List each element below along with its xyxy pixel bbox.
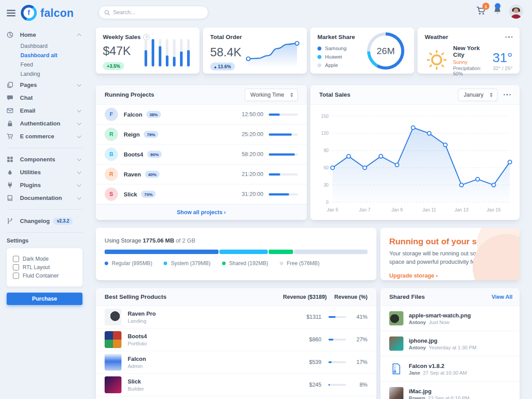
sidebar-item-home[interactable]: Home: [7, 28, 82, 41]
settings-heading: Settings: [7, 238, 82, 244]
revenue-column-header: Revenue ($3189): [269, 294, 327, 300]
product-row[interactable]: Boots4Portfolio$86027%: [96, 329, 376, 351]
upgrade-storage-link[interactable]: Upgrade storage ›: [389, 272, 438, 279]
project-avatar: R: [105, 128, 118, 141]
user-avatar[interactable]: [509, 4, 523, 19]
sidebar-subitem-feed[interactable]: Feed: [7, 60, 82, 69]
weather-condition: Sunny: [453, 59, 493, 65]
dark-mode-checkbox[interactable]: [13, 256, 19, 262]
sidebar-subitem-landing[interactable]: Landing: [7, 69, 82, 78]
storage-legend: Regular (895MB)System (379MB)Shared (192…: [105, 260, 368, 266]
product-name[interactable]: Falcon: [128, 356, 295, 362]
project-name[interactable]: Falcon: [124, 111, 142, 118]
card-menu-icon[interactable]: [504, 94, 511, 96]
storage-label: Using Storage: [105, 237, 141, 244]
sidebar-item-authentication[interactable]: Authentication: [7, 117, 82, 130]
menu-toggle-icon[interactable]: [7, 10, 16, 16]
sidebar-item-utilities[interactable]: Utilities: [7, 166, 82, 179]
sidebar-item-label: Pages: [20, 82, 78, 88]
project-row[interactable]: FFalcon38%12:50:00: [96, 105, 307, 125]
storage-used: 1775.06 MB: [143, 237, 174, 244]
view-all-link[interactable]: View All: [492, 294, 512, 300]
project-name[interactable]: Boots4: [124, 151, 143, 158]
sidebar-divider: [7, 148, 82, 148]
sidebar-item-components[interactable]: Components: [7, 153, 82, 166]
search-input[interactable]: [113, 9, 203, 16]
project-time: 58:20:00: [238, 151, 263, 157]
product-name[interactable]: Boots4: [128, 333, 295, 340]
product-name[interactable]: Slick: [128, 378, 295, 385]
file-thumbnail: [389, 311, 403, 325]
storage-segment: [269, 250, 293, 254]
sidebar-subitem-dashboard[interactable]: Dashboard: [7, 41, 82, 51]
sidebar-subitem-dashboard-alt[interactable]: Dashboard alt: [7, 51, 82, 60]
sidebar-item-chat[interactable]: Chat: [7, 91, 82, 104]
project-row[interactable]: RRaven40%21:20:00: [96, 164, 307, 184]
sidebar-item-pages[interactable]: Pages: [7, 78, 82, 91]
cart-icon[interactable]: 1: [476, 6, 486, 17]
product-revenue-bar: [329, 339, 346, 340]
product-revenue: $1311: [295, 314, 321, 320]
product-thumbnail: [105, 331, 121, 348]
chevron-down-icon: [77, 156, 82, 161]
file-name[interactable]: iMac.jpg: [409, 388, 469, 395]
sidebar-item-label: Utilities: [20, 169, 78, 176]
sidebar-item-plugins[interactable]: Plugins: [7, 179, 82, 192]
falcon-logo[interactable]: f falcon: [21, 5, 74, 21]
file-name[interactable]: apple-smart-watch.png: [409, 312, 471, 319]
project-progress-bar: [269, 113, 298, 116]
select-arrows-icon: [490, 93, 493, 97]
file-thumbnail: [389, 336, 403, 351]
fluid-container-checkbox[interactable]: [13, 273, 19, 279]
file-name[interactable]: Falcon v1.8.2: [409, 363, 467, 369]
file-item[interactable]: iMac.jpgRowen 23 Sep at 6:10 PM: [380, 381, 520, 399]
project-row[interactable]: RReign79%25:20:00: [96, 125, 307, 145]
sidebar-item-documentation[interactable]: Documentation: [7, 192, 82, 204]
file-item[interactable]: apple-smart-watch.pngAntony Just Now: [380, 306, 520, 331]
bar: [180, 39, 183, 66]
product-row[interactable]: FalconAdmin$53917%: [96, 351, 376, 374]
product-category: Landing: [128, 318, 295, 324]
setting-option-dark-mode: Dark Mode: [13, 256, 76, 262]
working-time-select[interactable]: Working Time: [245, 89, 298, 101]
setting-option-rtl-layout: RTL Layout: [13, 264, 76, 270]
notifications-bell-icon[interactable]: [493, 6, 502, 17]
sidebar-item-label: Changelog: [20, 218, 50, 224]
storage-segment: [219, 250, 268, 254]
month-select[interactable]: January: [458, 89, 497, 101]
project-name[interactable]: Raven: [124, 171, 141, 178]
shared-files-card: Shared Files View All apple-smart-watch.…: [380, 288, 520, 399]
project-name[interactable]: Slick: [124, 191, 137, 198]
product-row[interactable]: [96, 396, 376, 399]
lock-icon: [7, 120, 14, 127]
show-all-projects-link[interactable]: Show all projects ›: [96, 204, 307, 220]
search-box[interactable]: [98, 6, 208, 19]
file-name[interactable]: iphone.jpg: [409, 337, 477, 344]
pages-icon: [7, 82, 14, 88]
sidebar-item-changelog[interactable]: Changelogv2.3.2: [7, 215, 82, 227]
rtl-layout-checkbox[interactable]: [13, 264, 19, 270]
caret-up-icon: ▴: [214, 64, 216, 69]
purchase-button[interactable]: Purchase: [7, 293, 82, 305]
total-order-card: Total Order 58.4K ▴13.6%: [203, 27, 307, 74]
project-row[interactable]: BBoots490%58:20:00: [96, 145, 307, 164]
product-revenue: $539: [295, 359, 321, 365]
product-name[interactable]: Raven Pro: [128, 310, 295, 317]
sidebar-item-label: Email: [20, 107, 78, 114]
storage-usage-bar: [105, 250, 368, 254]
product-row[interactable]: SlickBuilder$2458%: [96, 374, 376, 396]
project-name[interactable]: Reign: [124, 131, 140, 138]
file-meta: Antony Yesterday at 1:30 PM: [409, 345, 477, 350]
file-item[interactable]: Falcon v1.8.2Jane 27 Sep at 10:30 AM: [380, 356, 520, 381]
svg-text:Jan 5: Jan 5: [327, 207, 338, 212]
file-item[interactable]: iphone.jpgAntony Yesterday at 1:30 PM: [380, 331, 520, 356]
running-projects-title: Running Projects: [105, 91, 154, 98]
sidebar-item-e-commerce[interactable]: E commerce: [7, 130, 82, 143]
card-menu-icon[interactable]: [505, 36, 513, 38]
bar: [145, 39, 147, 66]
product-revenue-pct: 8%: [352, 382, 368, 388]
project-row[interactable]: SSlick70%31:20:00: [96, 184, 307, 204]
svg-text:Jan 13: Jan 13: [454, 207, 469, 212]
sidebar-item-email[interactable]: Email: [7, 104, 82, 117]
product-row[interactable]: Raven ProLanding$131141%: [96, 306, 376, 329]
